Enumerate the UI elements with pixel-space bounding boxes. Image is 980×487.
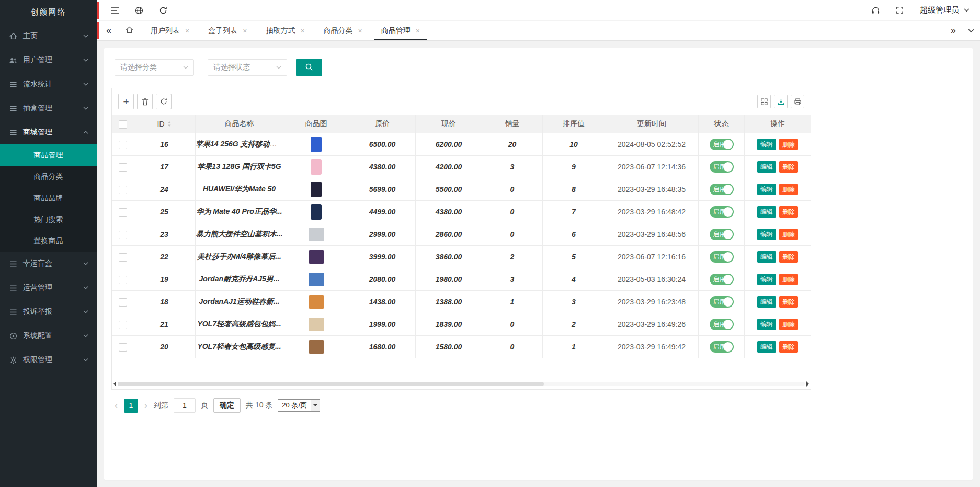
sidebar-subitem-3[interactable]: 热门搜索 [0,209,97,230]
status-toggle[interactable]: 启用 [710,229,734,240]
scrollbar-thumb[interactable] [118,382,544,386]
edit-button[interactable]: 编辑 [757,296,776,308]
status-toggle[interactable]: 启用 [710,206,734,218]
sidebar-subitem-0[interactable]: 商品管理 [0,144,97,166]
row-checkbox[interactable] [119,276,127,284]
category-select[interactable]: 请选择分类 [115,59,194,76]
delete-button[interactable]: 删除 [779,161,798,173]
status-toggle[interactable]: 启用 [710,296,734,308]
refresh-table-button[interactable] [156,94,172,109]
sidebar-subitem-4[interactable]: 置换商品 [0,230,97,252]
sidebar-item-8[interactable]: 系统配置 [0,324,97,348]
sidebar-item-6[interactable]: 运营管理 [0,276,97,300]
status-toggle[interactable]: 启用 [710,274,734,285]
goto-page-input[interactable] [174,398,196,413]
search-button[interactable] [296,59,322,76]
page-number-button[interactable]: 1 [124,399,138,413]
sidebar-toggle-icon[interactable] [103,0,127,21]
row-checkbox[interactable] [119,343,127,352]
status-toggle[interactable]: 启用 [710,139,734,150]
row-checkbox[interactable] [119,186,127,194]
tab-3[interactable]: 商品分类× [314,21,372,40]
tab-options-icon[interactable] [962,21,980,40]
confirm-button[interactable]: 确定 [213,398,241,413]
tab-1[interactable]: 盒子列表× [199,21,256,40]
delete-button[interactable]: 删除 [779,229,798,240]
row-checkbox[interactable] [119,208,127,217]
product-image-cell [283,291,349,313]
prev-page-button[interactable]: ‹ [113,400,119,411]
sort-icon[interactable] [167,121,172,127]
export-icon[interactable] [774,95,788,108]
tab-4[interactable]: 商品管理× [372,21,429,40]
close-icon[interactable]: × [243,27,247,35]
updated-time-cell: 2023-06-07 12:14:36 [605,156,699,178]
select-all-checkbox[interactable] [119,120,127,129]
close-icon[interactable]: × [300,27,304,35]
language-globe-icon[interactable] [127,0,151,21]
delete-button[interactable]: 删除 [779,319,798,330]
sidebar-item-5[interactable]: 幸运盲盒 [0,252,97,276]
delete-button[interactable]: 删除 [779,184,798,195]
scroll-tabs-right-icon[interactable]: » [944,21,962,40]
sidebar-item-7[interactable]: 投诉举报 [0,300,97,324]
sidebar-subitem-1[interactable]: 商品分类 [0,166,97,187]
columns-filter-icon[interactable] [757,95,771,108]
sidebar-item-3[interactable]: 抽盒管理 [0,96,97,120]
sidebar-subitem-2[interactable]: 商品品牌 [0,187,97,209]
tab-home[interactable] [118,21,141,40]
add-button[interactable]: + [118,94,134,109]
row-checkbox[interactable] [119,321,127,329]
edit-button[interactable]: 编辑 [757,319,776,330]
close-icon[interactable]: × [185,27,189,35]
next-page-button[interactable]: › [143,400,149,411]
row-checkbox[interactable] [119,253,127,262]
edit-button[interactable]: 编辑 [757,229,776,240]
status-select[interactable]: 请选择状态 [208,59,287,76]
page-size-select[interactable]: 20 条/页 [278,399,320,412]
sidebar-item-label: 流水统计 [23,80,83,89]
delete-button[interactable]: 删除 [779,274,798,285]
delete-button[interactable]: 删除 [779,139,798,150]
scroll-right-icon[interactable] [806,381,809,387]
tab-2[interactable]: 抽取方式× [256,21,314,40]
row-checkbox[interactable] [119,163,127,172]
delete-button[interactable]: 删除 [779,296,798,308]
sidebar-item-9[interactable]: 权限管理 [0,348,97,372]
tab-0[interactable]: 用户列表× [141,21,199,40]
row-checkbox[interactable] [119,141,127,149]
sidebar-item-4[interactable]: 商城管理 [0,120,97,144]
delete-button[interactable]: 删除 [779,341,798,353]
row-checkbox[interactable] [119,231,127,239]
sidebar-item-label: 系统配置 [23,331,83,341]
batch-delete-button[interactable] [137,94,153,109]
close-icon[interactable]: × [416,27,420,35]
edit-button[interactable]: 编辑 [757,274,776,285]
print-icon[interactable] [791,95,804,108]
status-toggle[interactable]: 启用 [710,341,734,353]
support-headset-icon[interactable] [863,0,887,21]
user-menu[interactable]: 超级管理员 [920,5,970,15]
refresh-icon[interactable] [151,0,175,21]
edit-button[interactable]: 编辑 [757,251,776,263]
edit-button[interactable]: 编辑 [757,139,776,150]
delete-button[interactable]: 删除 [779,206,798,218]
scrollbar-track[interactable] [118,382,805,386]
fullscreen-icon[interactable] [887,0,911,21]
scroll-left-icon[interactable] [113,381,116,387]
scroll-tabs-left-icon[interactable]: « [100,21,118,40]
edit-button[interactable]: 编辑 [757,341,776,353]
sidebar-item-2[interactable]: 流水统计 [0,72,97,96]
sidebar-item-1[interactable]: 用户管理 [0,48,97,72]
edit-button[interactable]: 编辑 [757,161,776,173]
status-toggle[interactable]: 启用 [710,319,734,330]
status-toggle[interactable]: 启用 [710,161,734,173]
edit-button[interactable]: 编辑 [757,206,776,218]
close-icon[interactable]: × [358,27,362,35]
status-toggle[interactable]: 启用 [710,184,734,195]
delete-button[interactable]: 删除 [779,251,798,263]
sidebar-item-0[interactable]: 主页 [0,24,97,48]
status-toggle[interactable]: 启用 [710,251,734,263]
edit-button[interactable]: 编辑 [757,184,776,195]
row-checkbox[interactable] [119,298,127,307]
